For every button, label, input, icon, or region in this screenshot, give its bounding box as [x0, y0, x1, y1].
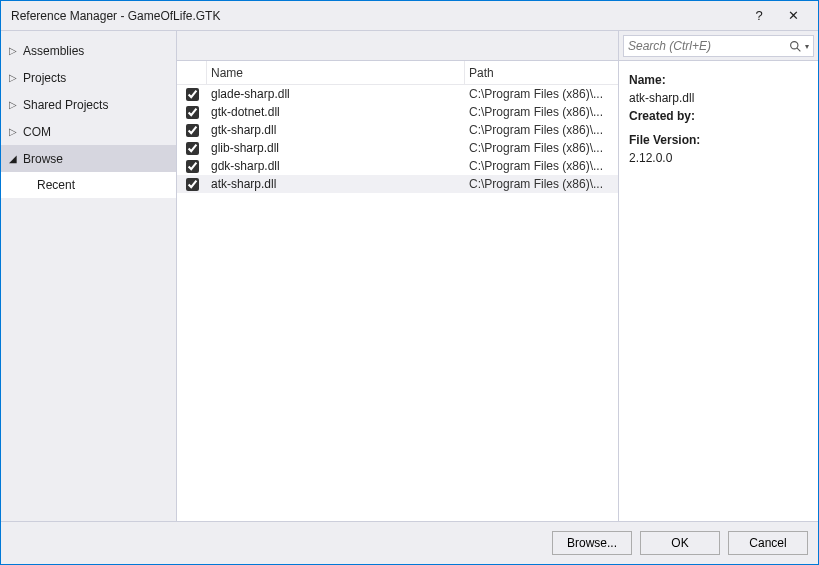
close-button[interactable]: ✕ — [776, 3, 810, 29]
nav-label: COM — [23, 125, 51, 139]
category-nav: ▷ Assemblies ▷ Projects ▷ Shared Project… — [1, 31, 176, 521]
reference-name: gtk-sharp.dll — [207, 123, 465, 137]
reference-list-area: Name Path glade-sharp.dll C:\Program Fil… — [177, 31, 618, 521]
chevron-right-icon: ▷ — [9, 99, 23, 110]
nav-item-shared-projects[interactable]: ▷ Shared Projects — [1, 91, 176, 118]
details-panel: ▾ Name: atk-sharp.dll Created by: File V… — [618, 31, 818, 521]
reference-path: C:\Program Files (x86)\... — [465, 159, 618, 173]
table-row[interactable]: glib-sharp.dll C:\Program Files (x86)\..… — [177, 139, 618, 157]
reference-path: C:\Program Files (x86)\... — [465, 105, 618, 119]
reference-checkbox[interactable] — [186, 124, 199, 137]
reference-path: C:\Program Files (x86)\... — [465, 141, 618, 155]
header-path[interactable]: Path — [465, 61, 618, 84]
nav-item-com[interactable]: ▷ COM — [1, 118, 176, 145]
chevron-right-icon: ▷ — [9, 126, 23, 137]
reference-path: C:\Program Files (x86)\... — [465, 177, 618, 191]
reference-checkbox[interactable] — [186, 178, 199, 191]
main-area: Name Path glade-sharp.dll C:\Program Fil… — [176, 31, 818, 521]
reference-checkbox[interactable] — [186, 160, 199, 173]
window-title: Reference Manager - GameOfLife.GTK — [11, 9, 742, 23]
reference-name: gtk-dotnet.dll — [207, 105, 465, 119]
table-row[interactable]: glade-sharp.dll C:\Program Files (x86)\.… — [177, 85, 618, 103]
header-check-col[interactable] — [177, 61, 207, 84]
reference-path: C:\Program Files (x86)\... — [465, 87, 618, 101]
list-top-margin — [177, 31, 618, 61]
reference-checkbox[interactable] — [186, 106, 199, 119]
cancel-button[interactable]: Cancel — [728, 531, 808, 555]
help-icon: ? — [755, 8, 762, 23]
chevron-down-icon: ◢ — [9, 153, 23, 164]
reference-name: glade-sharp.dll — [207, 87, 465, 101]
reference-details: Name: atk-sharp.dll Created by: File Ver… — [619, 61, 818, 177]
table-row[interactable]: atk-sharp.dll C:\Program Files (x86)\... — [177, 175, 618, 193]
nav-label: Projects — [23, 71, 66, 85]
dialog-footer: Browse... OK Cancel — [1, 522, 818, 564]
nav-item-projects[interactable]: ▷ Projects — [1, 64, 176, 91]
nav-item-recent[interactable]: Recent — [1, 172, 176, 198]
reference-path: C:\Program Files (x86)\... — [465, 123, 618, 137]
svg-point-0 — [790, 41, 797, 48]
reference-name: glib-sharp.dll — [207, 141, 465, 155]
close-icon: ✕ — [788, 8, 799, 23]
detail-name-value: atk-sharp.dll — [629, 89, 808, 107]
nav-label: Browse — [23, 152, 63, 166]
detail-name-label: Name: — [629, 71, 808, 89]
table-row[interactable]: gtk-dotnet.dll C:\Program Files (x86)\..… — [177, 103, 618, 121]
reference-list[interactable]: glade-sharp.dll C:\Program Files (x86)\.… — [177, 85, 618, 193]
reference-checkbox[interactable] — [186, 88, 199, 101]
svg-line-1 — [797, 48, 800, 51]
search-box[interactable]: ▾ — [623, 35, 814, 57]
search-container: ▾ — [619, 31, 818, 61]
table-row[interactable]: gdk-sharp.dll C:\Program Files (x86)\... — [177, 157, 618, 175]
reference-name: atk-sharp.dll — [207, 177, 465, 191]
nav-label: Recent — [37, 178, 75, 192]
nav-item-browse[interactable]: ◢ Browse — [1, 145, 176, 172]
nav-label: Shared Projects — [23, 98, 108, 112]
header-name[interactable]: Name — [207, 61, 465, 84]
chevron-right-icon: ▷ — [9, 45, 23, 56]
search-icon[interactable] — [786, 40, 804, 53]
search-input[interactable] — [628, 39, 786, 53]
ok-button[interactable]: OK — [640, 531, 720, 555]
help-button[interactable]: ? — [742, 3, 776, 29]
list-header: Name Path — [177, 61, 618, 85]
nav-item-assemblies[interactable]: ▷ Assemblies — [1, 37, 176, 64]
detail-createdby-label: Created by: — [629, 107, 808, 125]
browse-button[interactable]: Browse... — [552, 531, 632, 555]
detail-fileversion-label: File Version: — [629, 131, 808, 149]
chevron-right-icon: ▷ — [9, 72, 23, 83]
chevron-down-icon[interactable]: ▾ — [805, 42, 809, 51]
nav-label: Assemblies — [23, 44, 84, 58]
reference-checkbox[interactable] — [186, 142, 199, 155]
reference-name: gdk-sharp.dll — [207, 159, 465, 173]
table-row[interactable]: gtk-sharp.dll C:\Program Files (x86)\... — [177, 121, 618, 139]
titlebar: Reference Manager - GameOfLife.GTK ? ✕ — [1, 1, 818, 31]
detail-fileversion-value: 2.12.0.0 — [629, 149, 808, 167]
